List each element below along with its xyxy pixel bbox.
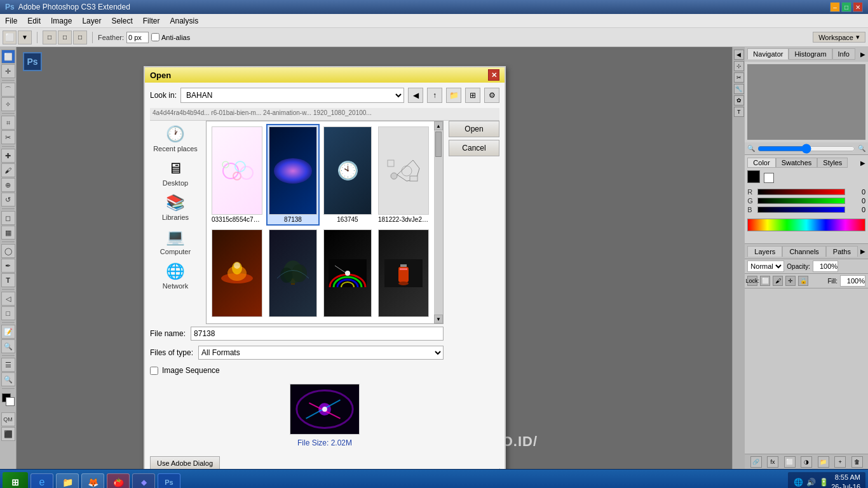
look-in-select[interactable]: BAHAN — [180, 88, 404, 103]
scroll-thumb[interactable] — [435, 132, 442, 157]
dialog-close-button[interactable]: ✕ — [488, 69, 499, 81]
color-panel-menu[interactable]: ▶ — [860, 159, 865, 166]
computer-item[interactable]: 💻 Computer — [153, 226, 198, 255]
r-slider-track[interactable] — [757, 189, 845, 195]
pen-tool[interactable]: ✒ — [1, 259, 15, 273]
tab-styles[interactable]: Styles — [817, 158, 848, 168]
lock-image-btn[interactable]: 🖌 — [773, 276, 783, 286]
layer-new-btn[interactable]: + — [834, 456, 846, 468]
fill-input[interactable] — [840, 275, 865, 287]
menu-analysis[interactable]: Analysis — [165, 15, 203, 27]
tab-swatches[interactable]: Swatches — [776, 158, 818, 168]
desktop-item[interactable]: 🖥 Desktop — [153, 158, 198, 187]
file-item-6[interactable] — [266, 227, 320, 322]
slice-tool[interactable]: ✂ — [1, 130, 15, 144]
crop-tool[interactable]: ⌗ — [1, 116, 15, 130]
open-button[interactable]: Open — [449, 121, 499, 137]
menu-filter[interactable]: Filter — [138, 15, 165, 27]
style-btn-1[interactable]: □ — [43, 30, 57, 44]
network-item[interactable]: 🌐 Network — [153, 261, 198, 290]
panel-tool-2[interactable]: ✂ — [734, 72, 744, 83]
file-item-4[interactable]: 181222-3dvJe214... — [376, 124, 431, 226]
layer-fx-btn[interactable]: fx — [767, 456, 778, 468]
panel-tool-4[interactable]: ✿ — [734, 95, 744, 105]
panel-tool-3[interactable]: 🔧 — [734, 84, 744, 94]
healing-tool[interactable]: ✚ — [1, 149, 15, 163]
layer-delete-btn[interactable]: 🗑 — [851, 456, 863, 468]
tab-color[interactable]: Color — [747, 158, 775, 168]
file-item-5[interactable] — [209, 227, 265, 322]
nav-new-folder-button[interactable]: 📁 — [446, 88, 461, 103]
tab-paths[interactable]: Paths — [826, 246, 858, 257]
taskbar-firefox[interactable]: 🦊 — [81, 473, 104, 489]
tab-info[interactable]: Info — [832, 48, 855, 60]
background-color[interactable] — [6, 397, 15, 406]
taskbar-photoshop[interactable]: Ps — [158, 473, 180, 489]
menu-file[interactable]: File — [0, 15, 22, 27]
marquee-tool-btn[interactable]: ⬜ — [3, 30, 17, 44]
tab-channels[interactable]: Channels — [782, 246, 825, 257]
close-button[interactable]: ✕ — [853, 2, 863, 12]
workspace-button[interactable]: Workspace ▾ — [813, 32, 865, 43]
color-background-swatch[interactable] — [764, 173, 774, 183]
panel-tool-1[interactable]: ⊹ — [734, 61, 744, 71]
file-item-7[interactable] — [321, 227, 374, 322]
menu-layer[interactable]: Layer — [77, 15, 106, 27]
hand-tool[interactable]: ☰ — [1, 358, 15, 372]
move-tool-btn[interactable]: ▼ — [18, 30, 32, 44]
opacity-input[interactable] — [813, 261, 838, 272]
taskbar-ie[interactable]: e — [31, 473, 53, 489]
menu-edit[interactable]: Edit — [22, 15, 46, 27]
resize-handle[interactable]: ⊿ — [496, 466, 503, 469]
shape-tool[interactable]: □ — [1, 306, 15, 320]
layer-folder-btn[interactable]: 📁 — [818, 456, 829, 468]
minimize-button[interactable]: – — [830, 2, 840, 12]
tab-layers[interactable]: Layers — [747, 246, 782, 257]
gradient-tool[interactable]: ▦ — [1, 226, 15, 240]
layer-mask-btn[interactable]: ⬜ — [784, 456, 796, 468]
magic-wand-tool[interactable]: ✧ — [1, 97, 15, 111]
use-adobe-dialog-button[interactable]: Use Adobe Dialog — [150, 456, 220, 469]
g-slider-track[interactable] — [757, 198, 845, 204]
lock-position-btn[interactable]: ✛ — [785, 276, 796, 286]
lasso-tool[interactable]: ⌒ — [1, 83, 15, 97]
move-tool[interactable]: ✛ — [1, 64, 15, 78]
recent-places-item[interactable]: 🕐 Recent places — [153, 123, 198, 152]
menu-select[interactable]: Select — [106, 15, 137, 27]
tray-battery-icon[interactable]: 🔋 — [818, 477, 829, 487]
file-item-3[interactable]: 🕙 163745 — [321, 124, 374, 226]
color-selector[interactable] — [2, 393, 15, 406]
type-tool[interactable]: T — [1, 273, 15, 287]
nav-back-button[interactable]: ◀ — [408, 88, 423, 103]
start-button[interactable]: ⊞ — [3, 472, 28, 489]
nav-zoom-slider[interactable] — [757, 146, 855, 152]
panel-expand-btn[interactable]: ◀ — [734, 50, 744, 60]
style-btn-2[interactable]: □ — [58, 30, 72, 44]
eraser-tool[interactable]: ◻ — [1, 211, 15, 225]
taskbar-app1[interactable]: 🍅 — [107, 473, 130, 489]
color-foreground-swatch[interactable] — [747, 170, 760, 183]
history-tool[interactable]: ↺ — [1, 193, 15, 207]
nav-zoom-in-icon[interactable]: 🔍 — [858, 145, 865, 152]
nav-tools-button[interactable]: ⚙ — [484, 88, 499, 103]
tray-volume-icon[interactable]: 🔊 — [806, 477, 816, 487]
color-spectrum[interactable] — [747, 219, 865, 231]
menu-image[interactable]: Image — [46, 15, 77, 27]
taskbar-explorer[interactable]: 📁 — [56, 473, 79, 489]
dodge-tool[interactable]: ◯ — [1, 244, 15, 258]
filetype-select[interactable]: All Formats — [198, 346, 444, 360]
file-item-2[interactable]: 87138 — [266, 124, 320, 226]
screen-mode-btn[interactable]: ⬛ — [1, 427, 15, 441]
file-item-1[interactable]: 03315c8554c783f... — [209, 124, 265, 226]
tray-network-icon[interactable]: 🌐 — [793, 477, 803, 487]
layer-adjustment-btn[interactable]: ◑ — [801, 456, 812, 468]
libraries-item[interactable]: 📚 Libraries — [153, 192, 198, 221]
layers-panel-menu[interactable]: ▶ — [860, 248, 865, 255]
file-item-8[interactable] — [376, 227, 431, 322]
scroll-up[interactable]: ▲ — [434, 121, 443, 130]
scroll-down[interactable]: ▼ — [434, 315, 443, 323]
clone-tool[interactable]: ⊕ — [1, 178, 15, 192]
path-selection-tool[interactable]: ◁ — [1, 292, 15, 306]
style-btn-3[interactable]: □ — [73, 30, 87, 44]
cancel-button[interactable]: Cancel — [449, 140, 499, 156]
